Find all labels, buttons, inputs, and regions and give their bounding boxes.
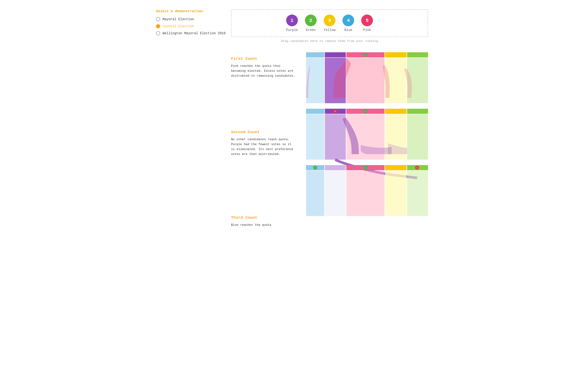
drag-hint: Drag candidates here to remove them from…	[231, 40, 428, 43]
candidate-yellow: 3 Yellow	[324, 14, 335, 32]
demo-option-council-label: Council Election	[163, 24, 194, 28]
body-yellow-3	[385, 170, 407, 216]
body-purple-2	[325, 114, 346, 160]
candidates-box[interactable]: 1 Purple 2 Green 3 Yellow 4 Blue	[231, 10, 428, 37]
candidate-green: 2 Green	[305, 14, 317, 32]
count-desc-third: Blue reaches the quota	[231, 223, 297, 228]
header-blue-1	[306, 52, 324, 58]
svg-text:✓: ✓	[365, 166, 366, 169]
candidate-name-yellow: Yellow	[324, 28, 335, 32]
candidate-bubble-green[interactable]: 2	[305, 14, 317, 26]
svg-text:✓: ✓	[315, 166, 316, 169]
demo-option-council[interactable]: Council Election	[156, 24, 226, 28]
count-desc-second: No other candidates reach quota. Purple …	[231, 137, 297, 156]
count-section-third: Third Count Blue reaches the quota	[231, 216, 301, 228]
count-section-second: Second Count No other candidates reach q…	[231, 130, 301, 156]
body-purple-3	[325, 170, 346, 216]
candidate-name-purple: Purple	[286, 28, 298, 32]
candidate-pink: 5 Pink	[361, 14, 373, 32]
demo-option-mayoral[interactable]: Mayoral Election	[156, 17, 226, 21]
count-desc-first: Pink reaches the quota thus becoming ele…	[231, 64, 297, 78]
demo-option-wellington-label: Wellington Mayoral Election 2016	[163, 32, 226, 35]
body-green-2	[407, 114, 428, 160]
candidate-name-pink: Pink	[363, 28, 371, 32]
count-section-first: First Count Pink reaches the quota thus …	[231, 52, 301, 78]
candidate-purple: 1 Purple	[286, 14, 298, 32]
body-blue-2	[306, 114, 324, 160]
candidate-blue: 4 Blue	[342, 14, 354, 32]
header-green-2	[407, 109, 428, 114]
radio-wellington[interactable]	[156, 31, 160, 36]
left-panel: Select a demonstration: Mayoral Election…	[156, 10, 231, 234]
candidate-bubble-pink[interactable]: 5	[361, 14, 373, 26]
candidate-bubble-yellow[interactable]: 3	[324, 14, 335, 26]
right-panel: 1 Purple 2 Green 3 Yellow 4 Blue	[231, 10, 428, 234]
chart-column: ✓	[306, 52, 428, 223]
candidate-bubble-purple[interactable]: 1	[286, 14, 298, 26]
body-pink-1	[346, 58, 385, 103]
radio-council[interactable]	[156, 24, 160, 28]
count-title-third: Third Count	[231, 216, 301, 220]
svg-text:✓: ✓	[365, 110, 366, 113]
main-chart-svg: ✓	[306, 52, 428, 222]
body-pink-3	[346, 170, 385, 216]
header-yellow-1	[385, 52, 407, 58]
candidate-bubble-blue[interactable]: 4	[342, 14, 354, 26]
radio-mayoral[interactable]	[156, 17, 160, 21]
header-purple-1	[325, 52, 346, 58]
header-green-1	[407, 52, 428, 58]
demo-selector-label: Select a demonstration:	[156, 10, 226, 13]
demo-option-wellington[interactable]: Wellington Mayoral Election 2016	[156, 31, 226, 36]
svg-text:✕: ✕	[334, 110, 336, 113]
count-title-second: Second Count	[231, 130, 301, 134]
count-title-first: First Count	[231, 56, 301, 61]
body-blue-3	[306, 170, 324, 216]
count-texts: First Count Pink reaches the quota thus …	[231, 52, 306, 234]
header-yellow-2	[385, 109, 407, 114]
demo-option-mayoral-label: Mayoral Election	[163, 17, 194, 21]
candidate-name-blue: Blue	[345, 28, 352, 32]
header-blue-2	[306, 109, 324, 114]
svg-text:✓: ✓	[365, 54, 366, 56]
header-yellow-3	[385, 165, 407, 170]
candidate-name-green: Green	[306, 28, 316, 32]
svg-text:✕: ✕	[416, 166, 418, 169]
header-purple-3	[325, 165, 346, 170]
body-green-3	[407, 170, 428, 216]
